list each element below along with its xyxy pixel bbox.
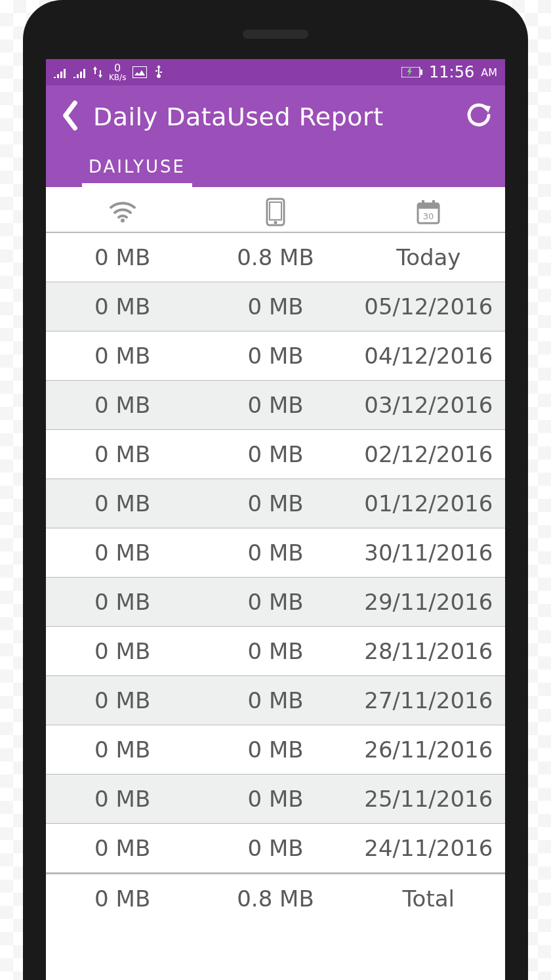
table-row: 0 MB0 MB04/12/2016 bbox=[46, 331, 505, 381]
svg-rect-10 bbox=[432, 200, 435, 205]
app-bar: Daily DataUsed Report bbox=[46, 85, 505, 148]
table-row: 0 MB0 MB24/11/2016 bbox=[46, 824, 505, 873]
cell-mobile: 0 MB bbox=[199, 392, 352, 418]
cell-wifi: 0 MB bbox=[46, 835, 199, 861]
cell-date: 27/11/2016 bbox=[352, 687, 505, 714]
table-row: 0 MB0 MB27/11/2016 bbox=[46, 676, 505, 725]
page-title: Daily DataUsed Report bbox=[93, 102, 454, 131]
table-row: 0 MB0 MB05/12/2016 bbox=[46, 282, 505, 331]
clock-ampm: AM bbox=[481, 66, 497, 79]
cell-date: 25/11/2016 bbox=[352, 786, 505, 812]
cell-date: 24/11/2016 bbox=[352, 835, 505, 861]
cell-date: 30/11/2016 bbox=[352, 540, 505, 566]
table-row: 0 MB0 MB30/11/2016 bbox=[46, 528, 505, 578]
traffic-arrows-icon bbox=[93, 66, 102, 78]
back-button[interactable] bbox=[59, 100, 81, 134]
cell-date: 02/12/2016 bbox=[352, 441, 505, 467]
cell-wifi: 0 MB bbox=[46, 786, 199, 812]
phone-frame: 0 KB/s 11:56 AM Daily DataUsed Report bbox=[23, 0, 528, 980]
cell-mobile: 0.8 MB bbox=[199, 244, 352, 270]
cell-wifi: 0 MB bbox=[46, 293, 199, 320]
battery-icon bbox=[401, 67, 422, 77]
speed-value: 0 bbox=[114, 63, 121, 74]
cell-wifi: 0 MB bbox=[46, 490, 199, 517]
wifi-icon bbox=[108, 201, 137, 223]
signal-2-icon bbox=[73, 66, 87, 78]
status-left: 0 KB/s bbox=[54, 63, 164, 81]
cell-date: 28/11/2016 bbox=[352, 638, 505, 664]
cell-mobile: 0 MB bbox=[199, 441, 352, 467]
table-row: 0 MB0 MB02/12/2016 bbox=[46, 430, 505, 479]
cell-mobile: 0 MB bbox=[199, 293, 352, 320]
status-right: 11:56 AM bbox=[401, 63, 497, 81]
speed-unit: KB/s bbox=[109, 74, 126, 81]
svg-rect-0 bbox=[133, 66, 147, 78]
speed-indicator: 0 KB/s bbox=[109, 63, 126, 81]
table-row: 0 MB0 MB01/12/2016 bbox=[46, 479, 505, 528]
cell-date: 01/12/2016 bbox=[352, 490, 505, 517]
cell-mobile: 0 MB bbox=[199, 540, 352, 566]
cell-wifi: 0 MB bbox=[46, 736, 199, 763]
cell-date: Total bbox=[352, 885, 505, 912]
svg-rect-5 bbox=[270, 202, 281, 220]
cell-date: 29/11/2016 bbox=[352, 589, 505, 615]
table-row: 0 MB0 MB29/11/2016 bbox=[46, 578, 505, 627]
table-row: 0 MB0.8 MBTotal bbox=[46, 873, 505, 922]
svg-rect-2 bbox=[420, 70, 422, 75]
tab-strip: DAILYUSE bbox=[46, 148, 505, 187]
cell-date: 03/12/2016 bbox=[352, 392, 505, 418]
cell-mobile: 0 MB bbox=[199, 736, 352, 763]
data-table[interactable]: 0 MB0.8 MBToday0 MB0 MB05/12/20160 MB0 M… bbox=[46, 233, 505, 980]
refresh-button[interactable] bbox=[466, 102, 492, 131]
table-row: 0 MB0 MB26/11/2016 bbox=[46, 725, 505, 775]
table-row: 0 MB0 MB03/12/2016 bbox=[46, 381, 505, 430]
cell-mobile: 0 MB bbox=[199, 343, 352, 369]
cell-mobile: 0 MB bbox=[199, 638, 352, 664]
refresh-icon bbox=[466, 102, 492, 129]
cell-mobile: 0.8 MB bbox=[199, 885, 352, 912]
cell-date: Today bbox=[352, 244, 505, 270]
chevron-left-icon bbox=[59, 100, 81, 131]
cell-wifi: 0 MB bbox=[46, 392, 199, 418]
cell-wifi: 0 MB bbox=[46, 589, 199, 615]
svg-point-3 bbox=[121, 219, 125, 223]
cell-wifi: 0 MB bbox=[46, 441, 199, 467]
cell-mobile: 0 MB bbox=[199, 786, 352, 812]
signal-1-icon bbox=[54, 66, 67, 78]
cell-mobile: 0 MB bbox=[199, 589, 352, 615]
svg-point-6 bbox=[274, 221, 277, 224]
cell-wifi: 0 MB bbox=[46, 638, 199, 664]
usb-icon bbox=[153, 65, 164, 79]
cell-wifi: 0 MB bbox=[46, 687, 199, 714]
screen: 0 KB/s 11:56 AM Daily DataUsed Report bbox=[46, 59, 505, 980]
cell-wifi: 0 MB bbox=[46, 540, 199, 566]
mobile-icon bbox=[266, 198, 285, 226]
cell-wifi: 0 MB bbox=[46, 343, 199, 369]
cell-wifi: 0 MB bbox=[46, 244, 199, 270]
tab-dailyuse[interactable]: DAILYUSE bbox=[82, 157, 192, 187]
cell-mobile: 0 MB bbox=[199, 490, 352, 517]
svg-rect-8 bbox=[418, 203, 439, 209]
clock-time: 11:56 bbox=[429, 63, 474, 81]
svg-rect-9 bbox=[422, 200, 424, 205]
column-mobile bbox=[199, 198, 352, 226]
cell-date: 04/12/2016 bbox=[352, 343, 505, 369]
table-row: 0 MB0 MB25/11/2016 bbox=[46, 775, 505, 824]
cell-mobile: 0 MB bbox=[199, 835, 352, 861]
status-bar: 0 KB/s 11:56 AM bbox=[46, 59, 505, 85]
column-date: 30 bbox=[352, 199, 505, 225]
image-icon bbox=[133, 66, 147, 78]
table-row: 0 MB0.8 MBToday bbox=[46, 233, 505, 282]
calendar-icon: 30 bbox=[415, 199, 441, 225]
table-row: 0 MB0 MB28/11/2016 bbox=[46, 627, 505, 676]
cell-date: 05/12/2016 bbox=[352, 293, 505, 320]
svg-text:30: 30 bbox=[423, 211, 434, 221]
cell-mobile: 0 MB bbox=[199, 687, 352, 714]
column-header-row: 30 bbox=[46, 187, 505, 233]
cell-date: 26/11/2016 bbox=[352, 736, 505, 763]
cell-wifi: 0 MB bbox=[46, 885, 199, 912]
column-wifi bbox=[46, 201, 199, 223]
tab-dailyuse-label: DAILYUSE bbox=[89, 157, 186, 177]
